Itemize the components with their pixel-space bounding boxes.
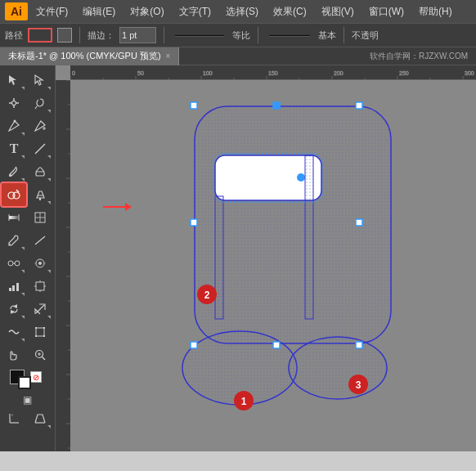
menu-object[interactable]: 对象(O) [127, 3, 167, 20]
svg-text:150: 150 [268, 70, 278, 76]
svg-point-4 [12, 101, 16, 105]
perspective-tool-btn[interactable] [28, 407, 52, 430]
eyedropper-tool-btn[interactable] [2, 229, 26, 252]
svg-point-34 [38, 262, 42, 265]
svg-text:1: 1 [241, 396, 247, 407]
menu-effect[interactable]: 效果(C) [270, 3, 310, 20]
svg-point-31 [15, 261, 20, 266]
tool-indicator-arrow [103, 206, 128, 208]
menu-view[interactable]: 视图(V) [318, 3, 357, 20]
svg-point-110 [297, 173, 305, 182]
scale-tool-btn[interactable] [28, 298, 52, 321]
svg-line-54 [42, 357, 45, 361]
tab-close-button[interactable]: × [166, 52, 171, 61]
column-graph-tool-btn[interactable] [2, 275, 26, 298]
svg-text:250: 250 [399, 70, 409, 76]
toolbar-divider-4 [344, 27, 344, 43]
svg-point-16 [13, 192, 20, 199]
svg-text:300: 300 [465, 70, 474, 76]
svg-rect-50 [43, 327, 45, 329]
svg-point-6 [14, 120, 16, 123]
svg-rect-49 [35, 327, 37, 329]
svg-rect-117 [191, 342, 197, 348]
menu-type[interactable]: 文字(T) [176, 3, 214, 20]
svg-rect-122 [273, 342, 280, 348]
path-label: 路径 [5, 29, 23, 42]
svg-text:3: 3 [356, 379, 361, 391]
none-indicator: ⊘ [30, 371, 42, 383]
ai-logo: Ai [5, 2, 28, 20]
toolbar: 路径 描边： 等比 基本 不透明 [0, 23, 476, 47]
svg-rect-38 [12, 285, 15, 291]
svg-line-5 [35, 106, 37, 109]
hand-tool-btn[interactable] [2, 343, 26, 366]
svg-rect-115 [191, 102, 197, 109]
svg-point-36 [43, 262, 45, 265]
svg-line-13 [41, 168, 44, 172]
tab-title: 未标题-1* @ 100% (CMYK/GPU 预览) [8, 50, 161, 62]
menu-select[interactable]: 选择(S) [222, 3, 262, 20]
paint-bucket-tool-btn[interactable] [28, 183, 52, 206]
screen-mode-btn[interactable]: ▣ [23, 394, 32, 406]
artboard-tool-btn[interactable] [28, 275, 52, 298]
svg-line-29 [43, 236, 45, 238]
svg-rect-116 [356, 102, 362, 109]
software-label: 软件自学网：RJZXW.COM [370, 51, 476, 62]
svg-rect-40 [36, 282, 44, 290]
menu-help[interactable]: 帮助(H) [415, 3, 456, 20]
rotate-tool-btn[interactable] [2, 298, 26, 321]
music-note-artwork: 1 2 3 [129, 90, 424, 451]
svg-rect-39 [16, 283, 19, 291]
zoom-tool-btn[interactable] [28, 343, 52, 366]
fill-color-box[interactable] [57, 28, 72, 43]
ruler-horizontal: 0 50 100 150 200 250 300 [70, 65, 476, 80]
symbol-tool-btn[interactable] [28, 252, 52, 275]
direct-select-tool-btn[interactable] [28, 69, 52, 92]
svg-rect-112 [305, 155, 313, 319]
mesh-tool-btn[interactable] [28, 206, 52, 229]
type-tool-btn[interactable]: T [2, 137, 26, 160]
menu-window[interactable]: 窗口(W) [366, 3, 407, 20]
add-anchor-tool-btn[interactable] [28, 114, 52, 137]
svg-text:50: 50 [137, 70, 144, 76]
tab-bar: 未标题-1* @ 100% (CMYK/GPU 预览) × 软件自学网：RJZX… [0, 47, 476, 65]
toolbar-divider-1 [79, 27, 80, 43]
magic-wand-tool-btn[interactable] [2, 92, 26, 114]
measure-tool-btn[interactable] [28, 229, 52, 252]
free-transform-tool-btn[interactable] [28, 321, 52, 343]
menu-edit[interactable]: 编辑(E) [79, 3, 119, 20]
svg-line-12 [36, 168, 39, 172]
menu-file[interactable]: 文件(F) [33, 3, 71, 20]
main-content: T [0, 65, 476, 451]
svg-text:2: 2 [204, 289, 210, 301]
canvas-area: 0 50 100 150 200 250 300 [56, 65, 476, 451]
pen-tool-btn[interactable] [2, 114, 26, 137]
stroke-swatch[interactable] [18, 376, 31, 389]
title-bar: Ai 文件(F) 编辑(E) 对象(O) 文字(T) 选择(S) 效果(C) 视… [0, 0, 476, 23]
line-segment-tool-btn[interactable] [28, 137, 52, 160]
stroke-style-line [175, 34, 224, 37]
opacity-line [269, 34, 310, 37]
stroke-label: 描边： [88, 29, 115, 42]
svg-rect-111 [215, 196, 223, 319]
paintbrush-tool-btn[interactable] [2, 160, 26, 183]
stroke-color-box[interactable] [28, 28, 52, 43]
menu-bar[interactable]: 文件(F) 编辑(E) 对象(O) 文字(T) 选择(S) 效果(C) 视图(V… [33, 3, 456, 20]
select-tool-btn[interactable] [2, 69, 26, 92]
warp-tool-btn[interactable] [2, 321, 26, 343]
crop-image-tool-btn[interactable] [2, 407, 26, 430]
lasso-tool-btn[interactable] [28, 92, 52, 114]
svg-point-30 [8, 261, 13, 266]
svg-point-10 [9, 174, 11, 177]
stroke-width-input[interactable] [119, 27, 156, 43]
blend-tool-btn[interactable] [2, 252, 26, 275]
gradient-tool-btn[interactable] [2, 206, 26, 229]
eraser-tool-btn[interactable] [28, 160, 52, 183]
active-tab[interactable]: 未标题-1* @ 100% (CMYK/GPU 预览) × [0, 47, 179, 65]
toolbar-divider-2 [164, 27, 164, 43]
svg-rect-19 [39, 198, 41, 200]
svg-rect-11 [36, 172, 44, 176]
svg-rect-20 [9, 216, 19, 219]
shape-builder-tool-btn[interactable] [2, 183, 26, 206]
svg-rect-37 [9, 288, 11, 291]
